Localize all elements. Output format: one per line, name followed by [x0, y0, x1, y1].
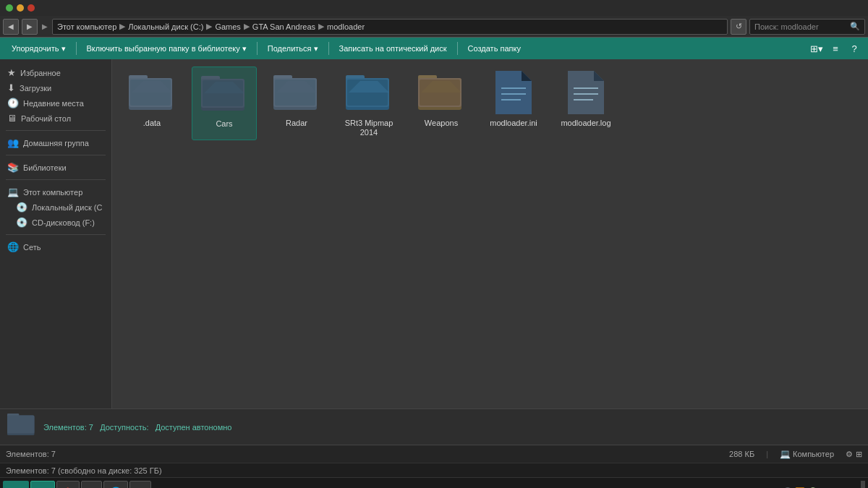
log-file-icon: [563, 69, 609, 116]
sidebar-network-section: 🌐 Сеть: [3, 239, 109, 254]
file-item-log[interactable]: modloader.log: [553, 67, 618, 140]
search-icon: 🔍: [850, 22, 860, 31]
toolbar-sep-4: [457, 42, 458, 55]
taskbar-btn-2[interactable]: 🔥: [56, 481, 80, 489]
status-bar: Элементов: 7 288 КБ | 💻 Компьютер ⚙ ⊞: [0, 445, 868, 463]
details-button[interactable]: ≡: [827, 40, 843, 56]
file-label-ini: modloader.ini: [490, 119, 537, 128]
toolbar-sep-2: [257, 42, 258, 55]
folder-icon-mipmap: [346, 69, 392, 116]
disk-icon: 💿: [16, 202, 27, 213]
taskbar-btn-iv[interactable]: IV: [129, 481, 151, 489]
status-icons: ⚙ ⊞: [846, 450, 862, 459]
bottom-status-strip: Элементов: 7 (свободно на диске: 325 ГБ): [0, 463, 868, 477]
minimize-dot: [17, 4, 24, 12]
path-computer: Этот компьютер: [57, 22, 116, 31]
preview-folder-icon: [7, 411, 36, 443]
sidebar: ★ Избранное ⬇ Загрузки 🕐 Недавние места …: [0, 59, 112, 408]
status-items-count: Элементов: 7: [6, 450, 729, 458]
help-button[interactable]: ?: [846, 40, 862, 56]
star-icon: ★: [7, 67, 16, 78]
path-modloader: modloader: [327, 22, 365, 31]
back-button[interactable]: ◀: [3, 19, 19, 35]
preview-bar: Элементов: 7 Доступность: Доступен автон…: [0, 408, 868, 445]
sidebar-favorites-section: ★ Избранное ⬇ Загрузки 🕐 Недавние места …: [3, 65, 109, 126]
address-bar: ◀ ▶ ▶ Этот компьютер ▶ Локальный диск (C…: [0, 16, 868, 38]
file-label-radar: Radar: [286, 119, 307, 128]
forward-button[interactable]: ▶: [22, 19, 38, 35]
computer-icon: 💻: [7, 187, 19, 197]
cd-icon: 💿: [16, 217, 27, 228]
taskbar-explorer[interactable]: 📁: [30, 481, 55, 489]
sidebar-computer-section: 💻 Этот компьютер 💿 Локальный диск (С 💿 C…: [3, 184, 109, 230]
download-icon: ⬇: [7, 82, 15, 93]
folder-icon-radar: [273, 69, 320, 116]
search-box[interactable]: Поиск: modloader 🔍: [749, 19, 865, 35]
sidebar-item-network[interactable]: 🌐 Сеть: [3, 239, 109, 254]
file-label-cars: Cars: [216, 119, 232, 129]
file-label-log: modloader.log: [561, 119, 610, 128]
path-gta: GTA San Andreas: [252, 22, 315, 31]
file-item-cars[interactable]: Cars: [192, 67, 257, 140]
file-item-ini[interactable]: modloader.ini: [481, 67, 546, 140]
file-item-mipmap[interactable]: SRt3 Mipmap2014: [336, 67, 401, 140]
path-arrow: ▶: [42, 22, 48, 30]
sidebar-item-favorites[interactable]: ★ Избранное: [3, 65, 109, 80]
library-button[interactable]: Включить выбранную папку в библиотеку ▾: [81, 40, 252, 56]
file-item-data[interactable]: .data: [119, 67, 184, 140]
sidebar-item-desktop[interactable]: 🖥 Рабочий стол: [3, 111, 109, 126]
status-right: 288 КБ | 💻 Компьютер ⚙ ⊞: [729, 449, 862, 459]
sidebar-divider-1: [6, 130, 106, 131]
preview-availability-label: Доступность:: [100, 423, 148, 432]
close-dot: [27, 4, 35, 12]
folder-icon-weapons: [418, 69, 464, 116]
file-item-radar[interactable]: Radar: [264, 67, 329, 140]
svg-marker-26: [522, 71, 532, 81]
refresh-button[interactable]: ↺: [731, 19, 746, 35]
sidebar-item-homegroup[interactable]: 👥 Домашняя группа: [3, 135, 109, 150]
sidebar-item-local-disk[interactable]: 💿 Локальный диск (С: [3, 200, 109, 215]
bottom-items-count: Элементов: 7 (свободно на диске: 325 ГБ): [6, 466, 162, 475]
sidebar-item-recent[interactable]: 🕐 Недавние места: [3, 95, 109, 111]
toolbar: Упорядочить ▾ Включить выбранную папку в…: [0, 38, 868, 59]
sort-button[interactable]: Упорядочить ▾: [6, 40, 72, 56]
sidebar-libraries-section: 📚 Библиотеки: [3, 160, 109, 175]
path-drive: Локальный диск (C:): [128, 22, 203, 31]
sidebar-item-cd-drive[interactable]: 💿 CD-дисковод (F:): [3, 215, 109, 230]
homegroup-icon: 👥: [7, 137, 19, 148]
address-path[interactable]: Этот компьютер ▶ Локальный диск (C:) ▶ G…: [52, 19, 728, 35]
sidebar-item-computer[interactable]: 💻 Этот компьютер: [3, 184, 109, 200]
taskbar-btn-chrome[interactable]: 🌐: [103, 481, 128, 489]
burn-button[interactable]: Записать на оптический диск: [333, 40, 453, 56]
taskbar-btn-3[interactable]: ◉: [81, 481, 102, 489]
svg-rect-37: [7, 415, 35, 433]
folder-icon-cars: [201, 70, 247, 116]
share-button[interactable]: Поделиться ▾: [262, 40, 324, 56]
status-size: 288 КБ: [729, 450, 754, 458]
view-toggle-button[interactable]: ⊞▾: [809, 40, 825, 56]
file-area: .data Cars: [112, 59, 868, 408]
sidebar-item-downloads[interactable]: ⬇ Загрузки: [3, 80, 109, 95]
path-games: Games: [215, 22, 240, 31]
network-icon: 🌐: [7, 241, 19, 252]
status-location: 💻 Компьютер: [780, 449, 834, 459]
taskbar: ⊞ 📁 🔥 ◉ 🌐 IV ▲ 🔊 📶 🔋 RU 13:45: [0, 477, 868, 488]
preview-items-label: Элементов: 7: [43, 423, 93, 432]
sidebar-homegroup-section: 👥 Домашняя группа: [3, 135, 109, 150]
start-button[interactable]: ⊞: [3, 481, 29, 489]
start-icon: ⊞: [12, 485, 21, 488]
sidebar-item-libraries[interactable]: 📚 Библиотеки: [3, 160, 109, 175]
svg-marker-31: [594, 71, 604, 81]
newfolder-button[interactable]: Создать папку: [462, 40, 527, 56]
toolbar-sep-3: [328, 42, 329, 55]
preview-availability-value: Доступен автономно: [156, 423, 232, 432]
libraries-icon: 📚: [7, 162, 19, 173]
taskbar-right: ▲ 🔊 📶 🔋 RU 13:45: [771, 481, 865, 489]
file-label-mipmap: SRt3 Mipmap2014: [345, 119, 393, 137]
desktop-icon: 🖥: [7, 113, 17, 124]
folder-icon-data: [129, 69, 175, 116]
file-item-weapons[interactable]: Weapons: [409, 67, 474, 140]
toolbar-right: ⊞▾ ≡ ?: [809, 40, 862, 56]
show-desktop-button[interactable]: [861, 481, 865, 489]
preview-info: Элементов: 7 Доступность: Доступен автон…: [43, 423, 231, 432]
